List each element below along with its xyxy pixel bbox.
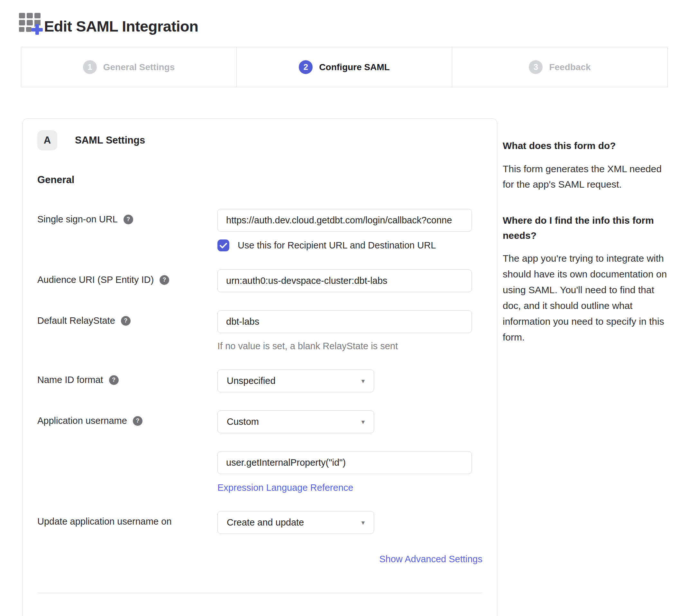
- relay-state-control: If no value is set, a blank RelayState i…: [217, 310, 482, 351]
- application-username-select[interactable]: Custom ▾: [217, 410, 374, 433]
- chevron-down-icon: ▾: [361, 418, 365, 425]
- section-a-badge: A: [37, 130, 57, 150]
- checkmark-icon: [220, 243, 227, 248]
- name-id-format-help-icon[interactable]: ?: [109, 375, 119, 385]
- saml-settings-panel: A SAML Settings General Single sign-on U…: [23, 118, 497, 616]
- recipient-url-checkbox-row: Use this for Recipient URL and Destinati…: [217, 239, 482, 251]
- expression-language-reference-link[interactable]: Expression Language Reference: [217, 482, 353, 493]
- relay-state-label-group: Default RelayState ?: [37, 310, 217, 326]
- update-username-on-label: Update application username on: [37, 516, 172, 527]
- sso-url-control: Use this for Recipient URL and Destinati…: [217, 209, 482, 251]
- update-username-on-label-group: Update application username on: [37, 511, 217, 527]
- recipient-url-checkbox[interactable]: [217, 239, 229, 251]
- application-username-label-group: Application username ?: [37, 410, 217, 426]
- step-feedback[interactable]: 3 Feedback: [452, 47, 667, 87]
- help-answer-2: The app you're trying to integrate with …: [503, 251, 667, 345]
- step-2-label: Configure SAML: [319, 62, 389, 72]
- help-answer-1: This form generates the XML needed for t…: [503, 161, 667, 193]
- custom-expression-control: Expression Language Reference: [217, 451, 482, 493]
- advanced-settings-row: Show Advanced Settings: [37, 554, 482, 565]
- sso-url-input[interactable]: [217, 209, 472, 232]
- name-id-format-control: Unspecified ▾: [217, 370, 482, 392]
- show-advanced-settings-link[interactable]: Show Advanced Settings: [379, 554, 482, 564]
- step-2-number: 2: [299, 60, 313, 74]
- sso-url-help-icon[interactable]: ?: [123, 215, 133, 224]
- content-area: A SAML Settings General Single sign-on U…: [23, 118, 668, 616]
- application-username-label: Application username: [37, 416, 127, 426]
- update-username-on-control: Create and update ▾: [217, 511, 482, 534]
- field-row-sso-url: Single sign-on URL ? Use this for Recipi…: [37, 209, 482, 251]
- audience-uri-help-icon[interactable]: ?: [160, 275, 169, 285]
- field-row-name-id-format: Name ID format ? Unspecified ▾: [37, 370, 482, 392]
- update-username-on-value: Create and update: [227, 517, 304, 528]
- audience-uri-input[interactable]: [217, 269, 472, 292]
- saml-form: Single sign-on URL ? Use this for Recipi…: [37, 209, 482, 534]
- audience-uri-label: Audience URI (SP Entity ID): [37, 274, 154, 285]
- wizard-stepper: 1 General Settings 2 Configure SAML 3 Fe…: [21, 47, 668, 87]
- general-section-heading: General: [37, 174, 482, 186]
- help-question-2: Where do I find the info this form needs…: [503, 213, 667, 243]
- step-3-label: Feedback: [549, 62, 591, 72]
- page-title: Edit SAML Integration: [44, 18, 199, 35]
- application-username-value: Custom: [227, 416, 259, 427]
- page-header: Edit SAML Integration: [18, 10, 668, 35]
- audience-uri-control: [217, 269, 482, 292]
- chevron-down-icon: ▾: [361, 377, 365, 384]
- application-username-control: Custom ▾: [217, 410, 482, 433]
- panel-header: A SAML Settings: [37, 130, 482, 150]
- relay-state-helper-text: If no value is set, a blank RelayState i…: [217, 341, 482, 351]
- step-1-label: General Settings: [103, 62, 175, 72]
- name-id-format-value: Unspecified: [227, 376, 276, 386]
- step-3-number: 3: [529, 60, 543, 74]
- help-question-1: What does this form do?: [503, 138, 667, 154]
- audience-uri-label-group: Audience URI (SP Entity ID) ?: [37, 269, 217, 285]
- application-username-help-icon[interactable]: ?: [133, 416, 142, 426]
- panel-title: SAML Settings: [75, 134, 145, 146]
- field-row-application-username: Application username ? Custom ▾: [37, 410, 482, 433]
- update-username-on-select[interactable]: Create and update ▾: [217, 511, 374, 534]
- field-row-audience-uri: Audience URI (SP Entity ID) ?: [37, 269, 482, 292]
- relay-state-input[interactable]: [217, 310, 472, 333]
- step-configure-saml[interactable]: 2 Configure SAML: [236, 47, 452, 87]
- app-grid-plus-icon: [18, 10, 43, 35]
- field-row-update-username-on: Update application username on Create an…: [37, 511, 482, 534]
- step-1-number: 1: [83, 60, 97, 74]
- field-row-custom-expression: Expression Language Reference: [37, 451, 482, 493]
- recipient-url-checkbox-label: Use this for Recipient URL and Destinati…: [238, 240, 436, 251]
- name-id-format-select[interactable]: Unspecified ▾: [217, 370, 374, 392]
- custom-expression-input[interactable]: [217, 451, 472, 474]
- field-row-relay-state: Default RelayState ? If no value is set,…: [37, 310, 482, 351]
- sso-url-label: Single sign-on URL: [37, 214, 118, 225]
- sso-url-label-group: Single sign-on URL ?: [37, 209, 217, 225]
- name-id-format-label: Name ID format: [37, 375, 103, 385]
- relay-state-label: Default RelayState: [37, 315, 115, 326]
- help-sidebar: What does this form do? This form genera…: [503, 118, 668, 345]
- step-general-settings[interactable]: 1 General Settings: [21, 47, 236, 87]
- name-id-format-label-group: Name ID format ?: [37, 370, 217, 385]
- chevron-down-icon: ▾: [361, 519, 365, 526]
- custom-expression-spacer: [37, 451, 217, 456]
- relay-state-help-icon[interactable]: ?: [121, 316, 131, 326]
